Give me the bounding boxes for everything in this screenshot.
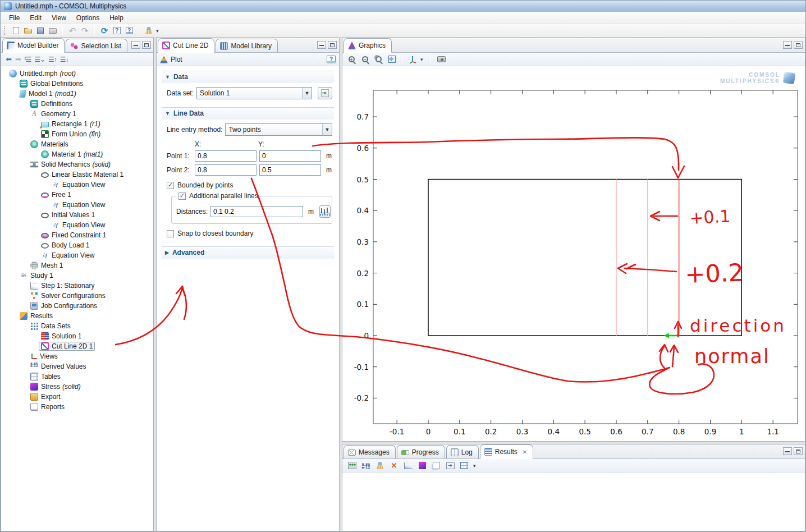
tree-item-fixed-constraint-1[interactable]: Fixed Constraint 1 <box>1 230 153 240</box>
tree-item-job-configurations[interactable]: Job Configurations <box>1 301 153 311</box>
point2-x-field[interactable] <box>195 164 257 176</box>
move-down-icon[interactable]: ☰↓ <box>60 56 68 63</box>
zoom-box-icon[interactable] <box>373 54 384 65</box>
tree-item-geometry-1[interactable]: Geometry 1 <box>1 109 153 119</box>
zoom-in-icon[interactable]: + <box>346 54 357 65</box>
tree-item-model-1[interactable]: Model 1(mod1) <box>1 89 153 99</box>
go-to-default-view-icon[interactable] <box>407 54 418 65</box>
plot-table-icon[interactable] <box>403 461 413 470</box>
surface-plot-icon[interactable] <box>417 461 427 470</box>
minimize-panel-button[interactable] <box>131 41 140 49</box>
clear-dropdown-caret[interactable]: ▾ <box>156 28 162 34</box>
zoom-extents-icon[interactable]: ✛ <box>386 54 397 65</box>
export-table-icon[interactable] <box>445 461 455 470</box>
documentation-icon[interactable]: ? <box>124 26 134 36</box>
tab-progress[interactable]: Progress <box>397 445 445 458</box>
tab-selection-list[interactable]: Selection List <box>66 39 127 52</box>
minimize-panel-button[interactable] <box>317 41 326 49</box>
tree-item-equation-view[interactable]: Equation View <box>1 250 153 260</box>
tree-item-mesh-1[interactable]: Mesh 1 <box>1 260 153 270</box>
section-header-advanced[interactable]: ▶ Advanced <box>162 246 334 259</box>
update-solution-icon[interactable]: ⟳ <box>99 26 109 36</box>
tree-item-global-definitions[interactable]: Global Definitions <box>1 79 153 89</box>
derived-values-icon[interactable]: 8.85 e-12 <box>361 461 371 470</box>
tree-item-form-union[interactable]: Form Union(fin) <box>1 129 153 139</box>
delete-icon[interactable]: ✕ <box>389 461 399 470</box>
distances-field[interactable] <box>210 206 303 217</box>
maximize-panel-button[interactable] <box>328 41 337 49</box>
copy-table-icon[interactable] <box>431 461 441 470</box>
zoom-out-icon[interactable]: − <box>359 54 370 65</box>
tab-model-library[interactable]: Model Library <box>216 39 278 52</box>
table-dropdown-caret[interactable]: ▾ <box>473 463 479 469</box>
go-to-source-button[interactable] <box>318 87 332 99</box>
tree-item-derived-values[interactable]: Derived Values <box>1 361 153 372</box>
menu-edit[interactable]: Edit <box>25 12 47 24</box>
tree-item-results[interactable]: Results <box>1 311 153 321</box>
range-button[interactable] <box>319 205 331 218</box>
minimize-panel-button[interactable] <box>783 41 792 49</box>
menu-options[interactable]: Options <box>71 12 104 24</box>
tree-item-views[interactable]: Views <box>1 351 153 361</box>
tree-item-initial-values-1[interactable]: Initial Values 1 <box>1 210 153 220</box>
plot-button[interactable]: Plot <box>171 56 182 63</box>
menu-view[interactable]: View <box>47 12 71 24</box>
menu-help[interactable]: Help <box>104 12 129 24</box>
save-icon[interactable] <box>35 26 45 36</box>
tree-item-body-load-1[interactable]: Body Load 1 <box>1 240 153 250</box>
tree-item-definitions[interactable]: Definitions <box>1 99 153 109</box>
tree-item-study-1[interactable]: Study 1 <box>1 270 153 281</box>
tree-item-free-1[interactable]: Free 1 <box>1 190 153 200</box>
additional-parallel-lines-checkbox[interactable] <box>178 192 186 200</box>
tree-item-step-1-stationary[interactable]: Step 1: Stationary <box>1 281 153 291</box>
maximize-panel-button[interactable] <box>794 41 803 49</box>
menu-file[interactable]: File <box>4 12 25 24</box>
move-up-icon[interactable]: ☰↑ <box>48 56 57 63</box>
snap-to-boundary-checkbox[interactable] <box>167 230 174 237</box>
help-doc-icon[interactable]: ? <box>327 56 336 63</box>
forward-icon[interactable]: ➡ <box>15 55 21 63</box>
new-file-icon[interactable] <box>11 26 21 36</box>
back-icon[interactable]: ⬅ <box>6 55 12 63</box>
redo-icon[interactable]: ↷ <box>80 26 90 36</box>
tree-item-solid-mechanics[interactable]: Solid Mechanics(solid) <box>1 159 153 169</box>
undo-icon[interactable]: ↶ <box>67 26 77 36</box>
tab-graphics[interactable]: Graphics <box>344 38 392 53</box>
minimize-panel-button[interactable] <box>783 447 792 455</box>
tree-item-export[interactable]: Export <box>1 392 153 402</box>
image-snapshot-icon[interactable] <box>436 54 447 65</box>
tree-item-solution-1[interactable]: Solution 1 <box>1 331 153 341</box>
help-icon[interactable]: ? <box>112 26 122 36</box>
maximize-panel-button[interactable] <box>142 41 151 49</box>
close-tab-icon[interactable]: ✕ <box>523 449 527 455</box>
line-entry-select[interactable]: Two points ▼ <box>225 123 332 136</box>
section-header-data[interactable]: ▼ Data <box>162 71 334 83</box>
tree-item-equation-view[interactable]: Equation View <box>1 200 153 210</box>
tree-item-equation-view[interactable]: Equation View <box>1 220 153 230</box>
plot-canvas[interactable]: COMSOL MULTIPHYSICS® -0.100.10.20.30.40.… <box>342 66 805 441</box>
maximize-panel-button[interactable] <box>794 447 803 455</box>
tree-item-stress[interactable]: Stress(solid) <box>1 382 153 392</box>
tree-item-data-sets[interactable]: Data Sets <box>1 321 153 331</box>
tree-item-tables[interactable]: Tables <box>1 372 153 382</box>
point1-x-field[interactable] <box>195 150 257 162</box>
open-icon[interactable] <box>23 26 33 36</box>
tab-log[interactable]: Log <box>446 445 479 458</box>
tab-results[interactable]: Results ✕ <box>480 444 533 459</box>
tab-cut-line-2d[interactable]: Cut Line 2D <box>158 38 214 53</box>
tree-item-reports[interactable]: Reports <box>1 402 153 412</box>
section-header-line-data[interactable]: ▼ Line Data <box>162 107 334 120</box>
tree-item-rectangle-1[interactable]: Rectangle 1(r1) <box>1 119 153 129</box>
collapse-all-icon[interactable]: ᵗ☰ <box>25 56 31 63</box>
clear-table-icon[interactable] <box>375 461 385 470</box>
tree-item-solver-configurations[interactable]: Solver Configurations <box>1 291 153 301</box>
dataset-select[interactable]: Solution 1 ▼ <box>196 87 312 99</box>
view-dropdown-caret[interactable]: ▾ <box>420 57 426 62</box>
tab-messages[interactable]: Messages <box>344 445 396 458</box>
print-icon[interactable] <box>48 26 58 36</box>
tree-item-materials[interactable]: Materials <box>1 139 153 149</box>
clear-icon[interactable] <box>144 26 154 36</box>
table-view-icon[interactable] <box>459 461 469 470</box>
point2-y-field[interactable] <box>259 164 321 176</box>
evaluate-all-icon[interactable] <box>347 461 357 470</box>
